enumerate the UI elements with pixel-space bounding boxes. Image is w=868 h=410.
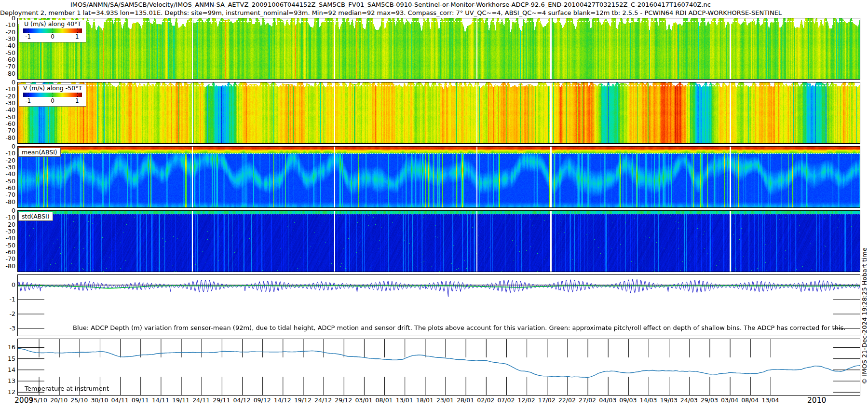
ytick-label: -30 [1,36,15,42]
date-label: 12/02 [516,396,537,404]
colorbar-tick-label: -1 [22,97,34,104]
panel-temperature: Temperature at instrument [17,339,860,396]
ytick-label: 13 [1,378,15,384]
ytick-label: -20 [1,93,15,99]
ytick-label: 12 [1,389,15,395]
u-legend-title: U (m/s) along 40°T [19,20,86,28]
date-label: 24/11 [190,396,212,404]
ytick-label: -80 [1,70,15,77]
date-label: 09/12 [252,396,273,404]
panel-std-absi: std(ABSI) [17,210,860,272]
ytick-label: -60 [1,121,15,127]
ytick-label: -70 [1,63,15,69]
date-label: 24/03 [678,396,700,404]
temperature-plot [18,339,860,395]
ytick-label: -70 [1,127,15,134]
v-legend-title: V (m/s) along -50°T [19,84,86,92]
date-label: 18/01 [414,396,435,404]
date-label: 30/10 [89,396,110,404]
date-label: 14/11 [150,396,171,404]
date-label: 04/11 [109,396,131,404]
ytick-label: -80 [1,263,15,269]
ytick-label: -40 [1,107,15,113]
ytick-label: 14 [1,367,15,373]
ytick-label: -80 [1,135,15,141]
ytick-label: -40 [1,42,15,49]
mean-absi-heatmap [18,147,860,207]
date-label: 24/12 [312,396,334,404]
date-label: 09/03 [617,396,638,404]
date-label: 20/10 [48,396,69,404]
ytick-label: -50 [1,178,15,184]
date-label: 28/01 [455,396,476,404]
temperature-label: Temperature at instrument [25,385,109,392]
date-label: 14/12 [272,396,293,404]
ytick-label: -60 [1,249,15,255]
ytick-label: -10 [1,214,15,220]
date-label: 14/03 [638,396,659,404]
ytick-label: 16 [1,344,15,350]
ytick-label: -20 [1,157,15,164]
ytick-label: -70 [1,256,15,262]
date-label: 17/02 [536,396,557,404]
adcp-figure: IMOS/ANMN/SA/SAM5CB/Velocity/IMOS_ANMN-S… [0,0,868,410]
date-label: 07/02 [495,396,516,404]
v-colorbar-legend: V (m/s) along -50°T -101 [19,84,86,107]
ytick-label: -50 [1,242,15,248]
date-label: 02/02 [475,396,496,404]
ytick-label: -3 [1,325,15,331]
v-velocity-heatmap [18,82,860,143]
date-label: 08/01 [374,396,395,404]
v-colorbar [23,93,82,97]
ytick-label: -20 [1,29,15,35]
date-label: 22/02 [556,396,578,404]
ytick-label: -10 [1,86,15,92]
date-label: 19/03 [658,396,679,404]
panel-mean-absi: mean(ABSI) [17,146,860,208]
ytick-label: -30 [1,228,15,234]
panel-u-velocity: U (m/s) along 40°T -101 [17,18,860,80]
ytick-label: -60 [1,185,15,191]
colorbar-tick-label: -1 [22,33,34,40]
ytick-label: 0 [1,207,15,214]
date-label: 29/03 [699,396,720,404]
ytick-label: -30 [1,164,15,170]
date-label: 19/12 [292,396,313,404]
ytick-label: -2 [1,311,15,317]
ytick-label: 15 [1,355,15,362]
date-label: 15/10 [28,396,49,404]
ytick-label: 0 [1,15,15,21]
date-label: 04/03 [597,396,618,404]
colorbar-tick-label: 0 [47,33,58,40]
ytick-label: -40 [1,171,15,177]
ytick-label: -30 [1,100,15,106]
ytick-label: -10 [1,22,15,28]
ytick-label: -80 [1,199,15,205]
ytick-label: -40 [1,235,15,241]
date-label: 13/01 [394,396,415,404]
date-label: 29/12 [333,396,354,404]
date-label: 19/11 [170,396,191,404]
ytick-label: 0 [1,79,15,85]
imos-watermark: © IMOS 21-Dec-2024 19:28:25 Hobart time [861,181,868,410]
date-label: 09/11 [130,396,151,404]
u-colorbar [23,28,82,33]
panel-v-velocity: V (m/s) along -50°T -101 [17,82,860,144]
date-label: 08/04 [739,396,760,404]
figure-title: IMOS/ANMN/SA/SAM5CB/Velocity/IMOS_ANMN-S… [0,1,781,8]
colorbar-tick-label: 0 [47,97,58,104]
std-absi-label: std(ABSI) [18,212,53,221]
u-colorbar-legend: U (m/s) along 40°T -101 [19,20,86,42]
colorbar-tick-label: 1 [71,97,83,104]
std-absi-heatmap [18,211,860,272]
date-label: 13/04 [760,396,781,404]
date-label: 04/12 [231,396,253,404]
date-label: 03/04 [719,396,740,404]
date-label: 25/10 [68,396,90,404]
depth-variation-note: Blue: ADCP Depth (m) variation from sens… [73,324,845,331]
mean-absi-label: mean(ABSI) [18,148,61,157]
ytick-label: 0 [1,143,15,150]
date-label: 23/01 [434,396,456,404]
panel-depth-variation: Blue: ADCP Depth (m) variation from sens… [17,274,860,336]
colorbar-tick-label: 1 [71,33,83,40]
